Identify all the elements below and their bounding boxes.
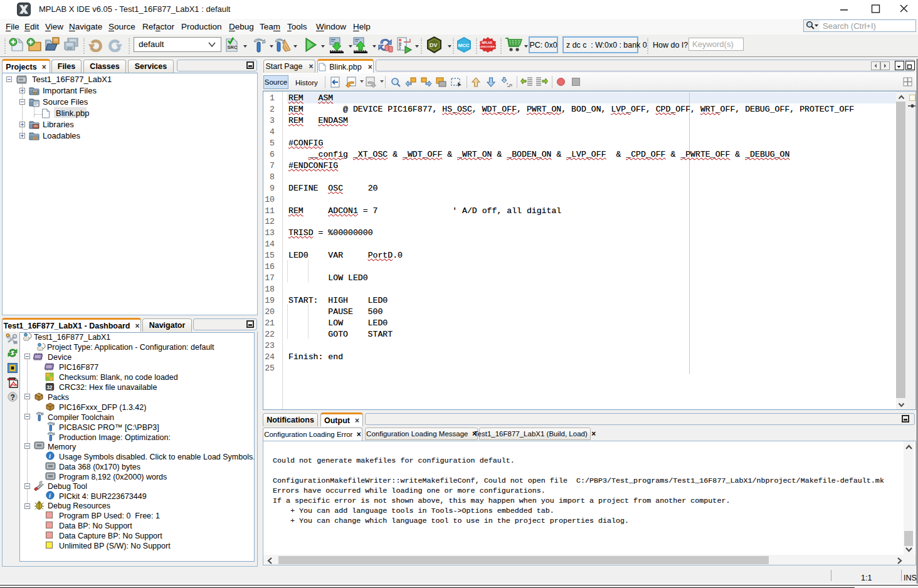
svg-text:3: 3 — [398, 46, 401, 50]
svg-text:MCC: MCC — [458, 43, 469, 48]
svg-text:DV: DV — [430, 42, 438, 48]
svg-text:01: 01 — [33, 136, 38, 140]
svg-text:i: i — [49, 492, 51, 499]
svg-text:i: i — [49, 453, 51, 459]
svg-text:?: ? — [10, 393, 14, 402]
svg-text:DISCOVER: DISCOVER — [481, 45, 495, 48]
svg-text:SRC: SRC — [228, 45, 238, 50]
svg-text:32: 32 — [46, 384, 53, 391]
svg-text:MPLAB: MPLAB — [482, 41, 492, 45]
